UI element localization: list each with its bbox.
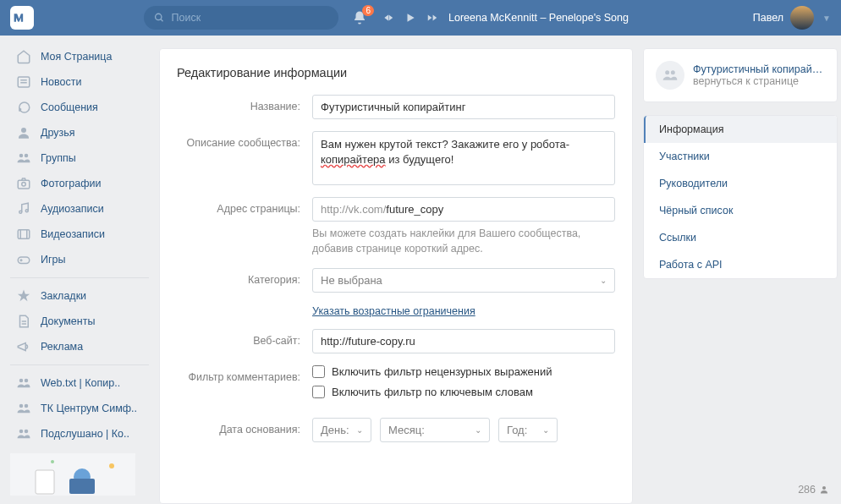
svg-rect-29 — [69, 479, 95, 494]
nav-groups[interactable]: Группы — [10, 145, 149, 171]
svg-point-7 — [19, 154, 24, 158]
settings-menu-item[interactable]: Работа с API — [644, 251, 837, 278]
search-input[interactable] — [172, 12, 328, 24]
nav-group-link-2[interactable]: ТК Центрум Симф.. — [10, 396, 149, 421]
svg-point-8 — [25, 154, 29, 158]
gamepad-icon — [15, 251, 32, 268]
filter-profanity-row[interactable]: Включить фильтр нецензурных выражений — [312, 365, 615, 378]
nav-group-link-3[interactable]: Подслушано | Ко.. — [10, 421, 149, 446]
back-to-page-link[interactable]: вернуться к странице — [693, 75, 825, 87]
nav-my-page[interactable]: Моя Страница — [10, 44, 149, 69]
svg-point-26 — [25, 430, 29, 434]
settings-menu-item[interactable]: Чёрный список — [644, 197, 837, 224]
svg-point-10 — [22, 183, 26, 187]
svg-point-33 — [665, 70, 669, 74]
settings-menu-item[interactable]: Информация — [644, 116, 837, 143]
label-site: Веб-сайт: — [177, 329, 312, 347]
label-desc: Описание сообщества: — [177, 131, 312, 149]
label-cat: Категория: — [177, 268, 312, 286]
nav-photos[interactable]: Фотографии — [10, 171, 149, 196]
groups-icon — [15, 375, 32, 392]
notif-badge: 6 — [362, 5, 374, 16]
svg-rect-16 — [18, 257, 30, 264]
name-input[interactable] — [312, 95, 615, 119]
nav-friends[interactable]: Друзья — [10, 120, 149, 145]
chevron-down-icon: ⌄ — [542, 425, 549, 435]
current-track[interactable]: Loreena McKennitt – Penelope's Song — [448, 12, 629, 24]
age-restrictions-link[interactable]: Указать возрастные ограничения — [312, 305, 475, 317]
page-title: Редактирование информации — [160, 49, 632, 95]
svg-point-31 — [109, 463, 114, 468]
settings-menu-item[interactable]: Участники — [644, 143, 837, 170]
svg-point-6 — [21, 128, 26, 133]
nav-group-link-1[interactable]: Web.txt | Копир.. — [10, 370, 149, 396]
chevron-down-icon: ⌄ — [356, 425, 363, 435]
group-name: Футуристичный копирай… — [693, 63, 825, 75]
divider — [10, 364, 149, 365]
nav-video[interactable]: Видеозаписи — [10, 222, 149, 247]
chevron-down-icon: ⌄ — [600, 276, 607, 285]
play-icon[interactable] — [404, 12, 416, 24]
search-box[interactable] — [144, 6, 338, 30]
label-addr: Адрес страницы: — [177, 197, 312, 215]
message-icon — [15, 99, 32, 116]
music-player: Loreena McKennitt – Penelope's Song — [382, 12, 629, 24]
website-input[interactable] — [312, 329, 615, 353]
day-select[interactable]: День:⌄ — [312, 418, 371, 442]
settings-menu-item[interactable]: Руководители — [644, 170, 837, 197]
notifications-icon[interactable]: 6 — [352, 10, 367, 25]
filter-keywords-checkbox[interactable] — [312, 386, 325, 398]
camera-icon — [15, 175, 32, 192]
user-name: Павел — [753, 12, 783, 24]
filter-profanity-checkbox[interactable] — [312, 365, 325, 378]
svg-point-24 — [25, 404, 29, 408]
doc-icon — [15, 313, 32, 330]
svg-point-21 — [19, 379, 24, 383]
category-select[interactable]: Не выбрана ⌄ — [312, 268, 615, 293]
settings-menu-item[interactable]: Ссылки — [644, 224, 837, 251]
megaphone-icon — [15, 338, 32, 355]
video-icon — [15, 226, 32, 243]
news-icon — [15, 74, 32, 90]
sidebar-ad-thumbnail[interactable] — [10, 453, 135, 496]
year-select[interactable]: Год:⌄ — [498, 418, 558, 442]
right-sidebar: Футуристичный копирай… вернуться к стран… — [643, 48, 838, 504]
group-header-card[interactable]: Футуристичный копирай… вернуться к стран… — [643, 48, 838, 102]
svg-point-25 — [19, 430, 24, 434]
nav-documents[interactable]: Документы — [10, 309, 149, 334]
svg-point-23 — [19, 404, 24, 408]
group-avatar — [656, 61, 684, 90]
nav-games[interactable]: Игры — [10, 247, 149, 272]
nav-news[interactable]: Новости — [10, 69, 149, 95]
filter-keywords-row[interactable]: Включить фильтр по ключевым словам — [312, 386, 615, 398]
groups-icon — [15, 425, 32, 442]
online-count[interactable]: 286 — [798, 484, 829, 496]
svg-point-12 — [25, 210, 28, 212]
chevron-down-icon: ▼ — [822, 14, 831, 23]
next-track-icon[interactable] — [426, 12, 438, 24]
desc-textarea[interactable]: Вам нужен крутой текст? Закажите его у р… — [312, 131, 615, 185]
svg-point-32 — [51, 460, 54, 463]
music-icon — [15, 200, 32, 217]
svg-rect-13 — [18, 230, 30, 239]
svg-rect-9 — [18, 180, 30, 189]
nav-audio[interactable]: Аудиозаписи — [10, 196, 149, 222]
address-input[interactable] — [386, 203, 607, 216]
groups-icon — [15, 400, 32, 417]
groups-icon — [15, 150, 32, 167]
nav-messages[interactable]: Сообщения — [10, 95, 149, 120]
left-sidebar: Моя Страница Новости Сообщения Друзья Гр… — [10, 36, 149, 504]
nav-ads[interactable]: Реклама — [10, 334, 149, 359]
svg-rect-30 — [36, 470, 54, 494]
nav-bookmarks[interactable]: Закладки — [10, 283, 149, 309]
vk-logo[interactable] — [10, 6, 34, 30]
prev-track-icon[interactable] — [382, 12, 394, 24]
month-select[interactable]: Месяц:⌄ — [380, 418, 490, 442]
svg-point-11 — [19, 211, 22, 213]
user-avatar — [790, 6, 814, 30]
friends-icon — [15, 124, 32, 141]
address-input-wrap[interactable]: http://vk.com/ — [312, 197, 615, 222]
address-prefix: http://vk.com/ — [321, 203, 386, 216]
star-icon — [15, 288, 32, 304]
user-menu[interactable]: Павел ▼ — [753, 6, 831, 30]
